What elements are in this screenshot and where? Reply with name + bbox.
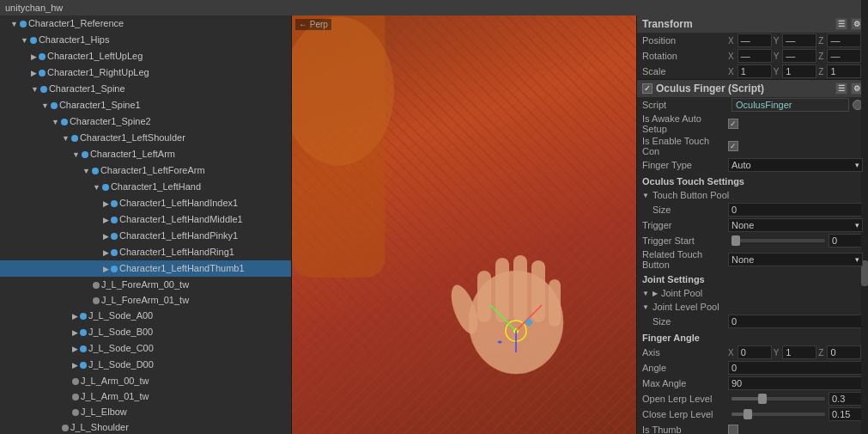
hierarchy-item-j_l_arm_00_tw[interactable]: J_L_Arm_00_tw (0, 373, 291, 388)
rotation-label: Rotation (642, 51, 728, 61)
is-enable-checkbox[interactable]: ✓ (728, 141, 738, 151)
expand-tri-right: ▶ (72, 309, 78, 323)
hierarchy-item-j_l_arm_01_tw[interactable]: J_L_Arm_01_tw (0, 388, 291, 404)
axis-x-field[interactable]: 0 (737, 345, 772, 359)
open-lerp-value[interactable]: 0.3 (829, 392, 863, 406)
item-dot (111, 233, 118, 240)
hierarchy-item-char1_lefthandmiddle1[interactable]: ▶Character1_LeftHandMiddle1 (0, 211, 291, 228)
close-lerp-thumb[interactable] (744, 409, 752, 419)
transform-menu-icon[interactable]: ☰ (835, 18, 847, 30)
hierarchy-item-char1_leftupleg[interactable]: ▶Character1_LeftUpLeg (0, 48, 291, 64)
scale-y-field[interactable]: 1 (782, 64, 816, 78)
is-enable-checkbox-row: ✓ (728, 141, 738, 151)
scale-z-field[interactable]: 1 (827, 64, 861, 78)
angle-field[interactable]: 0 (728, 361, 863, 375)
position-y-field[interactable]: — (782, 34, 816, 47)
hierarchy-item-j_l_sode_b00[interactable]: ▶J_L_Sode_B00 (0, 324, 291, 340)
oculus-enabled-checkbox[interactable]: ✓ (642, 83, 653, 94)
position-z-field[interactable]: — (827, 34, 861, 47)
pos-y-label: Y (774, 36, 780, 46)
item-dot (111, 217, 118, 223)
rot-z-label: Z (818, 52, 823, 61)
scale-x-field[interactable]: 1 (737, 64, 772, 78)
related-touch-dropdown[interactable]: None (728, 253, 863, 266)
hierarchy-item-char1_lefthandring1[interactable]: ▶Character1_LeftHandRing1 (0, 244, 291, 260)
hierarchy-item-char1_lefthandindex1[interactable]: ▶Character1_LeftHandIndex1 (0, 195, 291, 211)
joint-level-pool-subsection[interactable]: Joint Level Pool (637, 300, 868, 314)
expand-tri-right: ▶ (31, 50, 37, 64)
related-touch-label: Related Touch Button (642, 249, 728, 270)
item-label: Character1_LeftHandRing1 (119, 245, 234, 259)
item-dot (80, 313, 87, 320)
joint-level-size-label: Size (642, 316, 728, 327)
hierarchy-item-j_l_shoulder[interactable]: J_L_Shoulder (0, 419, 291, 434)
hierarchy-item-char1_lefthandthumb1[interactable]: ▶Character1_LeftHandThumb1 (0, 260, 291, 277)
scene-panel[interactable]: ← Perp (292, 15, 636, 434)
hierarchy-item-j_l_forearm_00_tw[interactable]: J_L_ForeArm_00_tw (0, 277, 291, 292)
trigger-start-slider[interactable] (731, 239, 825, 242)
item-label: J_L_Sode_C00 (88, 341, 154, 355)
item-label: J_L_Elbow (81, 405, 127, 419)
hierarchy-item-char1_spine[interactable]: ▼Character1_Spine (0, 81, 291, 97)
joint-pool-subsection[interactable]: ▶ Joint Pool (637, 286, 868, 300)
rotation-y-field[interactable]: — (782, 49, 816, 63)
item-dot (51, 102, 58, 109)
trigger-dropdown[interactable]: None (728, 218, 863, 232)
joint-level-size-field[interactable]: 0 (728, 315, 863, 328)
transform-title: Transform (642, 18, 693, 30)
is-awake-row: Is Awake Auto Setup ✓ (637, 113, 868, 135)
axis-y-field[interactable]: 1 (782, 345, 816, 359)
hierarchy-item-j_l_sode_c00[interactable]: ▶J_L_Sode_C00 (0, 340, 291, 357)
script-row: Script OculusFinger (637, 97, 868, 113)
trigger-value: None (731, 220, 754, 230)
hierarchy-item-char1_lefthandpinky1[interactable]: ▶Character1_LeftHandPinky1 (0, 228, 291, 244)
close-lerp-slider[interactable] (731, 413, 825, 416)
position-x-field[interactable]: — (737, 34, 772, 47)
trigger-start-value[interactable]: 0 (829, 234, 863, 248)
hierarchy-item-char1_leftarm[interactable]: ▼Character1_LeftArm (0, 146, 291, 162)
touch-size-field[interactable]: 0 (728, 203, 863, 217)
oculus-menu-icon[interactable]: ☰ (835, 83, 847, 95)
touch-button-pool-subsection[interactable]: Touch Button Pool (637, 188, 868, 202)
hierarchy-item-char1_ref[interactable]: ▼Character1_Reference (0, 15, 291, 32)
open-lerp-slider[interactable] (731, 397, 825, 400)
hierarchy-item-char1_spine1[interactable]: ▼Character1_Spine1 (0, 97, 291, 113)
expand-tri-right: ▶ (31, 66, 37, 80)
script-field[interactable]: OculusFinger (731, 98, 849, 112)
max-angle-field[interactable]: 90 (728, 376, 863, 390)
hierarchy-item-char1_spine2[interactable]: ▼Character1_Spine2 (0, 113, 291, 130)
related-touch-value: None (731, 254, 754, 265)
hierarchy-item-j_l_sode_d00[interactable]: ▶J_L_Sode_D00 (0, 357, 291, 373)
is-thumb-checkbox[interactable] (728, 425, 738, 434)
hierarchy-item-char1_leftforearm[interactable]: ▼Character1_LeftForeArm (0, 162, 291, 179)
hierarchy-item-char1_lefthand[interactable]: ▼Character1_LeftHand (0, 179, 291, 195)
related-touch-row: Related Touch Button None (637, 248, 868, 271)
axis-z-field[interactable]: 0 (827, 345, 861, 359)
rotation-values: X — Y — Z — (728, 49, 863, 63)
svg-rect-3 (513, 255, 527, 322)
hierarchy-item-j_l_forearm_01_tw[interactable]: J_L_ForeArm_01_tw (0, 292, 291, 308)
item-dot (20, 21, 27, 28)
expand-tri-down: ▼ (31, 83, 39, 96)
hierarchy-item-char1_leftshoulder[interactable]: ▼Character1_LeftShoulder (0, 130, 291, 146)
item-label: J_L_Arm_01_tw (81, 389, 149, 403)
close-lerp-value[interactable]: 0.15 (829, 407, 863, 421)
is-awake-checkbox[interactable]: ✓ (728, 119, 738, 129)
finger-type-dropdown[interactable]: Auto (728, 158, 863, 172)
open-lerp-thumb[interactable] (758, 394, 767, 404)
scale-x-label: X (728, 67, 734, 76)
trigger-start-label: Trigger Start (642, 235, 728, 246)
expand-tri-down: ▼ (52, 115, 59, 129)
hierarchy-item-j_l_sode_a00[interactable]: ▶J_L_Sode_A00 (0, 308, 291, 324)
rotation-z-field[interactable]: — (827, 49, 861, 63)
scale-y-label: Y (774, 67, 780, 76)
hierarchy-item-char1_rightupleg[interactable]: ▶Character1_RightUpLeg (0, 64, 291, 81)
item-label: Character1_Spine1 (59, 98, 141, 112)
trigger-start-thumb[interactable] (731, 235, 740, 246)
rotation-x-field[interactable]: — (737, 49, 772, 63)
hierarchy-item-char1_hips[interactable]: ▼Character1_Hips (0, 32, 291, 48)
hierarchy-item-j_l_elbow[interactable]: J_L_Elbow (0, 404, 291, 419)
item-label: J_L_ForeArm_01_tw (101, 293, 189, 307)
position-values: X — Y — Z — (728, 34, 863, 47)
script-label: Script (642, 100, 728, 110)
